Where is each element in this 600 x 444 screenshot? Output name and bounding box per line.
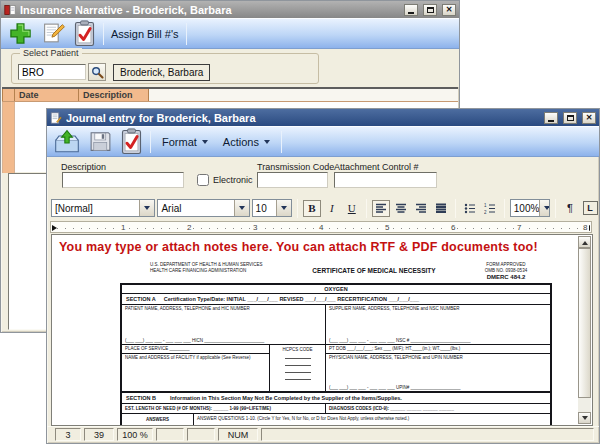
chevron-down-icon [264,140,270,147]
chevron-down-icon[interactable] [276,200,291,216]
cmn-pt-dob-line: PT DOB ___/___/___; Sex ___ (M/F); HT.__… [326,345,550,354]
journal-maximize-button[interactable] [563,112,577,124]
select-patient-label: Select Patient [20,48,82,58]
italic-button[interactable]: I [323,200,341,217]
style-value: [Normal] [55,203,93,214]
editor-scrollbar[interactable] [578,236,591,424]
description-label: Description [61,162,106,172]
status-cell: 39 [84,428,114,441]
grid-column-date[interactable]: Date [15,89,79,101]
ruler-number: 8 [581,223,589,232]
align-justify-button[interactable] [432,200,450,217]
ruler[interactable]: 12345678 [50,221,592,233]
journal-window-title: Journal entry for Broderick, Barbara [66,112,539,124]
patient-search-input[interactable] [18,64,86,80]
insurance-window-icon [4,4,16,16]
format-separator [455,199,456,218]
ruler-left-marker-icon[interactable] [52,225,60,231]
insurance-close-button[interactable]: ✕ [442,4,456,16]
cmn-patient-phone-line: (___ ___) ___ ___ - ___ ___ ___ HICN ___… [125,338,322,343]
status-cell [187,428,215,441]
zoom-select[interactable]: 100% [510,199,550,217]
ruler-number: 7 [515,223,523,232]
cmn-oxygen-header: OXYGEN [122,285,550,294]
align-center-button[interactable] [392,200,410,217]
align-right-button[interactable] [412,200,430,217]
chevron-down-icon[interactable] [139,200,154,216]
description-input[interactable] [62,172,184,188]
arrow-up-icon [582,238,588,245]
transmission-code-label: Transmission Code [257,162,334,172]
grid-column-description[interactable]: Description [79,89,149,101]
journal-minimize-button[interactable] [544,112,558,124]
toolbar-separator [186,23,187,45]
font-family-select[interactable]: Arial [157,199,249,217]
attachment-control-input[interactable] [334,172,437,188]
toolbar-separator [103,23,104,45]
font-size-select[interactable]: 10 [252,199,292,217]
actions-menu-label: Actions [223,136,259,148]
font-size-value: 10 [256,203,267,214]
svg-text:2: 2 [484,209,487,214]
underline-button[interactable]: U [343,200,361,217]
journal-statusbar: 339100 %NUM [47,426,599,443]
cmn-place-of-service: PLACE OF SERVICE ________ [122,345,269,354]
add-narrative-button[interactable] [7,20,34,47]
check-journal-button[interactable] [120,128,143,155]
cmn-facility-label: NAME and ADDRESS of FACILITY if applicab… [122,354,269,391]
cmn-answers-instructions: ANSWER QUESTIONS 1-10. (Circle Y for Yes… [194,414,550,426]
transmission-code-input[interactable] [257,172,328,188]
toolbar-separator [150,131,151,153]
insurance-maximize-button[interactable] [423,4,437,16]
status-cell [156,428,184,441]
paragraph-style-select[interactable]: [Normal] [51,199,155,217]
scroll-up-button[interactable] [578,236,591,248]
actions-menu-button[interactable]: Actions [219,133,274,151]
journal-titlebar[interactable]: Journal entry for Broderick, Barbara ✕ [47,109,599,126]
scroll-down-button[interactable] [578,412,591,424]
font-value: Arial [161,203,181,214]
bullet-list-button[interactable] [461,200,479,217]
cmn-upin-line: (___ ___) ___ ___ - ___ ___ ___ UPIN# __… [329,385,547,390]
page-layout-button[interactable]: L [581,200,599,217]
cmn-certification-line: Certification Type/Date: INITIAL ___/___… [164,296,419,302]
editor-wrapper: You may type or attach notes here. You c… [47,234,599,426]
align-left-button[interactable] [372,200,390,217]
status-cell [261,428,594,441]
magnifier-icon [91,66,104,79]
insurance-titlebar[interactable]: Insurance Narrative - Broderick, Barbara… [1,1,459,18]
rich-text-editor[interactable]: You may type or attach notes here. You c… [51,234,593,426]
check-narrative-button[interactable] [73,20,96,47]
arrow-down-icon [582,416,588,423]
patient-search-button[interactable] [88,63,106,81]
bold-button[interactable]: B [303,200,321,217]
format-separator [366,199,367,218]
insurance-window-title: Insurance Narrative - Broderick, Barbara [20,4,399,16]
grid-corner-cell[interactable] [2,89,15,101]
insurance-minimize-button[interactable] [404,4,418,16]
cmn-title: CERTIFICATE OF MEDICAL NECESSITY [288,262,460,281]
cmn-dmerc-number: DMERC 484.2 [460,274,552,282]
chevron-down-icon[interactable] [234,200,249,216]
svg-text:1: 1 [484,203,487,208]
show-paragraph-marks-button[interactable]: ¶ [561,200,579,217]
edit-narrative-button[interactable] [41,21,66,46]
scrollbar-thumb[interactable] [578,248,591,398]
journal-close-button[interactable]: ✕ [582,112,596,124]
save-button[interactable] [88,129,113,154]
editor-note-text: You may type or attach notes here. You c… [59,240,592,254]
numbered-list-button[interactable]: 12 [481,200,499,217]
format-menu-button[interactable]: Format [158,133,212,151]
electronic-checkbox[interactable] [197,174,209,186]
assign-bill-numbers-button[interactable]: Assign Bill #'s [111,28,179,40]
cmn-supplier-label: SUPPLIER NAME, ADDRESS, TELEPHONE and NS… [329,306,459,311]
electronic-label[interactable]: Electronic [213,175,253,185]
cmn-agency-line2: HEALTH CARE FINANCING ADMINISTRATION [150,268,288,274]
attach-file-button[interactable] [53,129,81,155]
select-patient-panel: Select Patient Broderick, Barbara [1,49,459,87]
status-cell: 100 % [117,428,153,441]
grid-row-selector-column [2,102,15,173]
chevron-down-icon[interactable] [539,200,550,216]
attachment-control-label: Attachment Control # [334,162,419,172]
journal-toolbar: Format Actions [47,126,599,157]
